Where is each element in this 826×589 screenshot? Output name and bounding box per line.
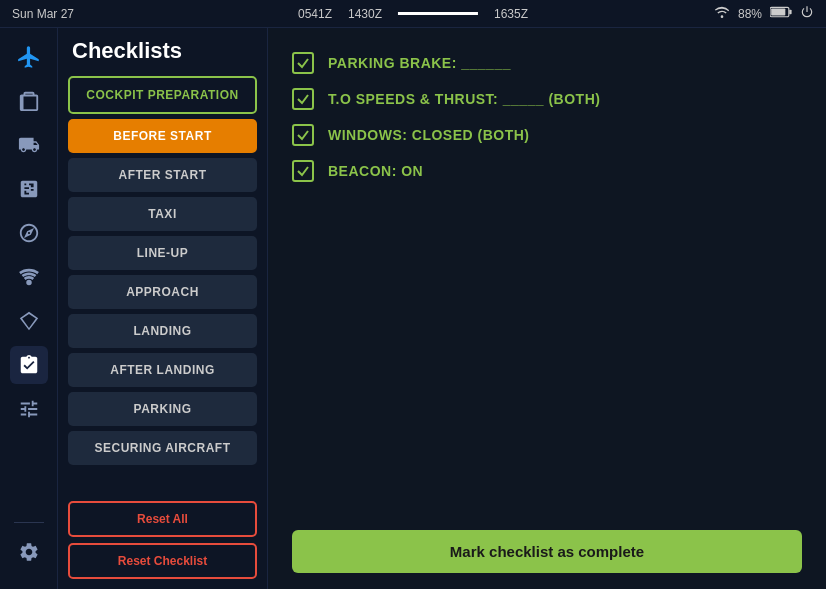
nav-title: Checklists xyxy=(68,38,257,64)
nav-btn-after-landing[interactable]: AFTER LANDING xyxy=(68,353,257,387)
status-bar: Sun Mar 27 0541Z 1430Z 1635Z 88% xyxy=(0,0,826,28)
sidebar-checklist-icon[interactable] xyxy=(10,346,48,384)
checkbox-3[interactable] xyxy=(292,160,314,182)
checklist-text-3: BEACON: ON xyxy=(328,163,423,179)
checklist-item-2: WINDOWS: CLOSED (BOTH) xyxy=(292,124,802,146)
sidebar-icons-bottom xyxy=(10,533,48,579)
sidebar-diamond-icon[interactable] xyxy=(10,302,48,340)
checklist-items: PARKING BRAKE: ______ T.O SPEEDS & THRUS… xyxy=(292,48,802,530)
checklist-text-2: WINDOWS: CLOSED (BOTH) xyxy=(328,127,530,143)
status-date: Sun Mar 27 xyxy=(12,7,74,21)
checkbox-1[interactable] xyxy=(292,88,314,110)
nav-btn-lineup[interactable]: LINE-UP xyxy=(68,236,257,270)
checkbox-2[interactable] xyxy=(292,124,314,146)
main-content: PARKING BRAKE: ______ T.O SPEEDS & THRUS… xyxy=(268,28,826,589)
nav-btn-securing-aircraft[interactable]: SECURING AIRCRAFT xyxy=(68,431,257,465)
sidebar-compass-icon[interactable] xyxy=(10,214,48,252)
nav-btn-parking[interactable]: PARKING xyxy=(68,392,257,426)
nav-btn-taxi[interactable]: TAXI xyxy=(68,197,257,231)
sidebar-sliders-icon[interactable] xyxy=(10,390,48,428)
sidebar-truck-icon[interactable] xyxy=(10,126,48,164)
reset-checklist-button[interactable]: Reset Checklist xyxy=(68,543,257,579)
sidebar-calculator-icon[interactable] xyxy=(10,170,48,208)
mark-complete-button[interactable]: Mark checklist as complete xyxy=(292,530,802,573)
sidebar-signal-icon[interactable] xyxy=(10,258,48,296)
checklist-text-0: PARKING BRAKE: ______ xyxy=(328,55,511,71)
sidebar-clipboard-icon[interactable] xyxy=(10,82,48,120)
battery-text: 88% xyxy=(738,7,762,21)
svg-rect-2 xyxy=(789,10,791,15)
nav-bottom: Reset All Reset Checklist xyxy=(68,501,257,579)
timeline-bar xyxy=(398,12,478,15)
status-time3: 1635Z xyxy=(494,7,528,21)
wifi-icon xyxy=(714,5,730,22)
nav-btn-before-start[interactable]: BEFORE START xyxy=(68,119,257,153)
checklist-text-1: T.O SPEEDS & THRUST: _____ (BOTH) xyxy=(328,91,600,107)
sidebar-icons-top xyxy=(10,38,48,512)
plane-logo-icon xyxy=(10,38,48,76)
checkbox-0[interactable] xyxy=(292,52,314,74)
status-time2: 1430Z xyxy=(348,7,382,21)
reset-all-button[interactable]: Reset All xyxy=(68,501,257,537)
checklist-item-1: T.O SPEEDS & THRUST: _____ (BOTH) xyxy=(292,88,802,110)
nav-panel: Checklists COCKPIT PREPARATION BEFORE ST… xyxy=(58,28,268,589)
nav-btn-approach[interactable]: APPROACH xyxy=(68,275,257,309)
icon-sidebar xyxy=(0,28,58,589)
status-right: 88% xyxy=(714,5,814,22)
sidebar-divider xyxy=(14,522,44,523)
app-container: Checklists COCKPIT PREPARATION BEFORE ST… xyxy=(0,28,826,589)
power-icon[interactable] xyxy=(800,5,814,22)
svg-rect-1 xyxy=(771,8,785,15)
status-time1: 0541Z xyxy=(298,7,332,21)
sidebar-gear-icon[interactable] xyxy=(10,533,48,571)
checklist-item-0: PARKING BRAKE: ______ xyxy=(292,52,802,74)
nav-btn-cockpit-preparation[interactable]: COCKPIT PREPARATION xyxy=(68,76,257,114)
checklist-item-3: BEACON: ON xyxy=(292,160,802,182)
nav-btn-landing[interactable]: LANDING xyxy=(68,314,257,348)
battery-icon xyxy=(770,6,792,21)
nav-btn-after-start[interactable]: AFTER START xyxy=(68,158,257,192)
